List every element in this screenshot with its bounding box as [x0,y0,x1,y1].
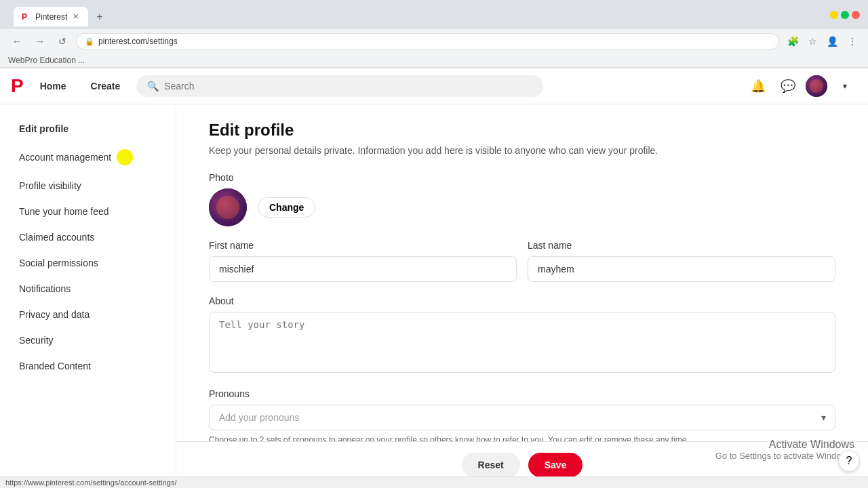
address-bar[interactable]: 🔒 pinterest.com/settings [76,33,779,49]
lock-icon: 🔒 [85,37,94,46]
profile-avatar [209,188,247,226]
photo-label: Photo [209,172,835,183]
forward-button[interactable]: → [31,33,49,49]
notifications-bell-button[interactable]: 🔔 [746,74,770,98]
page-title: Edit profile [209,121,835,140]
sidebar-item-tune-home-feed[interactable]: Tune your home feed [5,199,170,224]
app-container: P Home Create 🔍 🔔 💬 ▾ Edit profile Accou… [0,68,868,488]
save-button[interactable]: Save [528,453,583,477]
activate-subtitle: Go to Settings to activate Windows. [715,451,854,461]
change-photo-button[interactable]: Change [258,197,315,218]
reset-button[interactable]: Reset [462,453,520,477]
sidebar-item-privacy-and-data[interactable]: Privacy and data [5,302,170,327]
nav-create[interactable]: Create [83,77,129,96]
photo-section: Photo Change [209,172,835,226]
window-close-button[interactable] [852,11,860,19]
browser-tab[interactable]: P Pinterest ✕ [14,7,88,26]
window-maximize-button[interactable] [841,11,849,19]
search-input[interactable] [164,81,532,92]
nav-home[interactable]: Home [32,77,75,96]
first-name-section: First name [209,240,517,282]
nav-icons: 🔔 💬 ▾ [746,74,857,98]
pronouns-section: Pronouns Add your pronouns Choose up to … [209,388,835,446]
page-subtitle: Keep your personal details private. Info… [209,145,835,156]
bookmark-item[interactable]: WebPro Education ... [8,56,85,65]
sidebar-item-claimed-accounts[interactable]: Claimed accounts [5,225,170,249]
messages-button[interactable]: 💬 [776,74,800,98]
url-text: pinterest.com/settings [98,37,178,46]
help-button[interactable]: ? [838,450,860,472]
back-button[interactable]: ← [8,33,26,49]
first-name-label: First name [209,240,517,251]
activate-title: Activate Windows [715,439,854,451]
about-textarea[interactable] [209,312,835,373]
activate-windows-notice: Activate Windows Go to Settings to activ… [715,439,854,461]
profile-button[interactable]: 👤 [824,33,841,49]
about-section: About [209,296,835,375]
about-label: About [209,296,835,306]
sidebar: Edit profile Account management Profile … [0,104,176,488]
user-avatar-nav[interactable] [806,75,827,97]
account-menu-chevron[interactable]: ▾ [833,74,857,98]
search-icon: 🔍 [147,81,159,92]
settings-layout: Edit profile Account management Profile … [0,104,868,488]
extensions-button[interactable]: 🧩 [785,33,802,49]
main-content: Edit profile Keep your personal details … [176,104,868,488]
pinterest-logo: P [11,75,24,97]
tab-title: Pinterest [35,12,67,22]
name-row: First name Last name [209,240,835,296]
last-name-input[interactable] [528,256,835,282]
sidebar-item-branded-content[interactable]: Branded Content [5,354,170,378]
window-minimize-button[interactable] [830,11,838,19]
status-bar: https://www.pinterest.com/settings/accou… [0,476,868,488]
status-url: https://www.pinterest.com/settings/accou… [5,479,177,487]
photo-row: Change [209,188,835,226]
menu-button[interactable]: ⋮ [845,33,860,49]
sidebar-item-notifications[interactable]: Notifications [5,277,170,301]
pronouns-label: Pronouns [209,388,835,399]
sidebar-item-profile-visibility[interactable]: Profile visibility [5,174,170,198]
refresh-button[interactable]: ↺ [54,33,71,49]
tab-favicon: P [22,12,31,22]
sidebar-item-security[interactable]: Security [5,328,170,352]
sidebar-item-edit-profile[interactable]: Edit profile [5,117,170,141]
pronouns-select-wrapper: Add your pronouns [209,405,835,430]
tab-close-icon[interactable]: ✕ [71,11,80,22]
first-name-input[interactable] [209,256,517,282]
last-name-section: Last name [528,240,835,282]
top-nav: P Home Create 🔍 🔔 💬 ▾ [0,68,868,104]
highlight-indicator [117,149,133,165]
new-tab-button[interactable]: + [91,8,108,26]
pronouns-select[interactable]: Add your pronouns [209,405,835,430]
sidebar-item-social-permissions[interactable]: Social permissions [5,251,170,275]
sidebar-item-account-management[interactable]: Account management [5,142,170,172]
bookmark-button[interactable]: ☆ [806,33,820,49]
last-name-label: Last name [528,240,835,251]
search-bar[interactable]: 🔍 [136,75,543,97]
